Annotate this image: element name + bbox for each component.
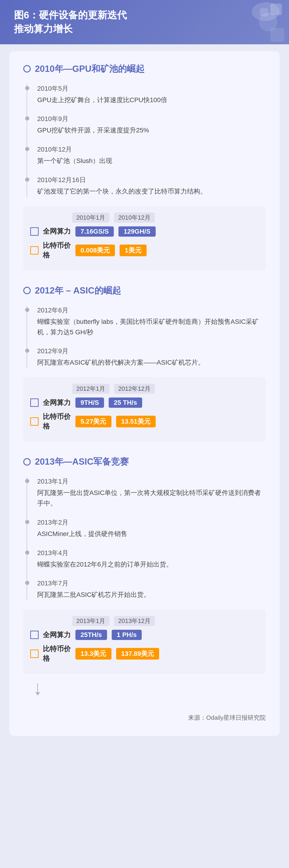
price-label-2010: 比特币价格 [43, 241, 75, 260]
price-label-2013: 比特币价格 [43, 644, 75, 663]
section-2013-title-text: 2013年—ASIC军备竞赛 [35, 456, 129, 468]
timeline-item: 2010年5月 GPU走上挖矿舞台，计算速度比CPU快100倍 [37, 84, 266, 105]
price-val2-2012: 13.51美元 [116, 416, 156, 427]
section-circle-2013 [23, 458, 31, 466]
source: 来源：Odaily星球日报研究院 [23, 709, 266, 724]
price-val1-2010: 0.008美元 [75, 245, 115, 256]
price-label-2012: 比特币价格 [43, 412, 75, 431]
section-circle-2010 [23, 65, 31, 72]
section-2012: 2012年 – ASIC的崛起 2012年6月 蝴蝶实验室（butterfly … [23, 285, 266, 442]
price-val2-2013: 137.89美元 [116, 648, 159, 659]
section-circle-2012 [23, 287, 31, 294]
section-2012-title-text: 2012年 – ASIC的崛起 [35, 285, 121, 297]
year-label-2010-2: 2010年12月 [114, 213, 155, 223]
hashrate-icon-2010 [30, 227, 39, 236]
page-wrapper: 图6：硬件设备的更新迭代 推动算力增长 2010年—GPU和矿池的崛起 2010… [0, 0, 289, 736]
stats-years-2012: 2012年1月 2012年12月 [30, 384, 259, 394]
main-content: 2010年—GPU和矿池的崛起 2010年5月 GPU走上挖矿舞台，计算速度比C… [9, 51, 280, 736]
timeline-date: 2010年9月 [37, 115, 266, 123]
timeline-date: 2012年9月 [37, 347, 266, 355]
timeline-item: 2013年2月 ASICMiner上线，提供硬件销售 [37, 518, 266, 539]
price-values-2010: 0.008美元 1美元 [75, 245, 147, 256]
header: 图6：硬件设备的更新迭代 推动算力增长 [0, 0, 289, 44]
year-label-2013-1: 2013年1月 [72, 616, 109, 626]
price-val1-2013: 13.3美元 [75, 648, 111, 659]
hashrate-row-2012: 全网算力 9TH/S 25 TH/s [30, 398, 259, 408]
timeline-text: 蝴蝶实验室在2012年6月之前的订单开始出货。 [37, 559, 266, 570]
price-icon-2013 [30, 650, 39, 658]
timeline-text: 蝴蝶实验室（butterfly labs，美国比特币采矿硬件制造商）开始预售AS… [37, 317, 266, 338]
timeline-end-arrow [23, 676, 266, 695]
hashrate-val2-2013: 1 PH/s [112, 630, 142, 640]
price-row-2010: 比特币价格 0.008美元 1美元 [30, 241, 259, 260]
price-row-2012: 比特币价格 5.27美元 13.51美元 [30, 412, 259, 431]
price-val2-2010: 1美元 [119, 245, 147, 256]
timeline-item: 2012年9月 阿瓦隆宣布ASIC矿机的替代解决方案——ASIC矿机芯片。 [37, 347, 266, 368]
timeline-2010: 2010年5月 GPU走上挖矿舞台，计算速度比CPU快100倍 2010年9月 … [23, 84, 266, 197]
timeline-date: 2010年12月 [37, 145, 266, 154]
timeline-text: 阿瓦隆第二批ASIC矿机芯片开始出货。 [37, 590, 266, 600]
section-2010-title-text: 2010年—GPU和矿池的崛起 [35, 63, 145, 75]
hashrate-val2-2010: 129GH/S [118, 226, 155, 237]
timeline-item: 2013年7月 阿瓦隆第二批ASIC矿机芯片开始出货。 [37, 579, 266, 600]
hashrate-row-2010: 全网算力 7.16GS/S 129GH/S [30, 226, 259, 237]
section-2013-title-row: 2013年—ASIC军备竞赛 [23, 456, 266, 468]
timeline-item: 2012年6月 蝴蝶实验室（butterfly labs，美国比特币采矿硬件制造… [37, 306, 266, 338]
price-values-2012: 5.27美元 13.51美元 [75, 416, 156, 427]
price-icon-2012 [30, 417, 39, 426]
section-2013: 2013年—ASIC军备竞赛 2013年1月 阿瓦隆第一批出货ASIC单位，第一… [23, 456, 266, 695]
timeline-date: 2012年6月 [37, 306, 266, 315]
hashrate-icon-2013 [30, 631, 39, 639]
timeline-item: 2010年9月 GPU挖矿软件开源，开采速度提升25% [37, 115, 266, 136]
timeline-item: 2013年4月 蝴蝶实验室在2012年6月之前的订单开始出货。 [37, 549, 266, 570]
stats-years-2010: 2010年1月 2010年12月 [30, 213, 259, 223]
section-2010: 2010年—GPU和矿池的崛起 2010年5月 GPU走上挖矿舞台，计算速度比C… [23, 63, 266, 271]
year-label-2013-2: 2013年12月 [114, 616, 155, 626]
stats-bar-2010: 2010年1月 2010年12月 全网算力 7.16GS/S 129GH/S 比… [23, 206, 266, 271]
stats-bar-2013: 2013年1月 2013年12月 全网算力 25TH/s 1 PH/s 比特币价… [23, 610, 266, 674]
timeline-item: 2010年12月 第一个矿池（Slush）出现 [37, 145, 266, 166]
header-title-line1: 图6：硬件设备的更新迭代 [14, 8, 275, 22]
year-label-2012-1: 2012年1月 [72, 384, 109, 394]
timeline-text: ASICMiner上线，提供硬件销售 [37, 529, 266, 539]
hashrate-values-2012: 9TH/S 25 TH/s [75, 398, 142, 408]
timeline-text: GPU走上挖矿舞台，计算速度比CPU快100倍 [37, 95, 266, 105]
hashrate-values-2010: 7.16GS/S 129GH/S [75, 226, 156, 237]
timeline-text: 第一个矿池（Slush）出现 [37, 156, 266, 166]
timeline-date: 2013年2月 [37, 518, 266, 527]
timeline-text: 阿瓦隆第一批出货ASIC单位，第一次将大规模定制比特币采矿硬件送到消费者手中。 [37, 488, 266, 509]
source-text: 来源：Odaily星球日报研究院 [188, 714, 266, 721]
hashrate-values-2013: 25TH/s 1 PH/s [75, 630, 142, 640]
timeline-date: 2013年1月 [37, 477, 266, 486]
hashrate-val1-2012: 9TH/S [75, 398, 104, 408]
timeline-date: 2010年5月 [37, 84, 266, 93]
hashrate-label-2012: 全网算力 [43, 398, 75, 407]
section-2010-title-row: 2010年—GPU和矿池的崛起 [23, 63, 266, 75]
hashrate-val1-2010: 7.16GS/S [75, 226, 114, 237]
timeline-item: 2010年12月16日 矿池发现了它的第一个块，永久的改变了比特币算力结构。 [37, 176, 266, 197]
stats-years-2013: 2013年1月 2013年12月 [30, 616, 259, 626]
section-2012-title-row: 2012年 – ASIC的崛起 [23, 285, 266, 297]
price-icon-2010 [30, 246, 39, 255]
price-row-2013: 比特币价格 13.3美元 137.89美元 [30, 644, 259, 663]
year-label-2012-2: 2012年12月 [114, 384, 155, 394]
hashrate-val1-2013: 25TH/s [75, 630, 107, 640]
price-values-2013: 13.3美元 137.89美元 [75, 648, 159, 659]
hashrate-label-2010: 全网算力 [43, 227, 75, 236]
stats-bar-2012: 2012年1月 2012年12月 全网算力 9TH/S 25 TH/s 比特币价… [23, 377, 266, 442]
hashrate-icon-2012 [30, 398, 39, 407]
timeline-date: 2013年7月 [37, 579, 266, 588]
header-title: 图6：硬件设备的更新迭代 推动算力增长 [14, 8, 275, 36]
timeline-text: GPU挖矿软件开源，开采速度提升25% [37, 125, 266, 136]
timeline-date: 2010年12月16日 [37, 176, 266, 184]
timeline-date: 2013年4月 [37, 549, 266, 557]
header-title-line2: 推动算力增长 [14, 22, 275, 36]
timeline-text: 阿瓦隆宣布ASIC矿机的替代解决方案——ASIC矿机芯片。 [37, 358, 266, 368]
timeline-text: 矿池发现了它的第一个块，永久的改变了比特币算力结构。 [37, 186, 266, 197]
timeline-item: 2013年1月 阿瓦隆第一批出货ASIC单位，第一次将大规模定制比特币采矿硬件送… [37, 477, 266, 509]
hashrate-label-2013: 全网算力 [43, 630, 75, 640]
timeline-2012: 2012年6月 蝴蝶实验室（butterfly labs，美国比特币采矿硬件制造… [23, 306, 266, 368]
price-val1-2012: 5.27美元 [75, 416, 111, 427]
hashrate-row-2013: 全网算力 25TH/s 1 PH/s [30, 630, 259, 640]
hashrate-val2-2012: 25 TH/s [109, 398, 142, 408]
